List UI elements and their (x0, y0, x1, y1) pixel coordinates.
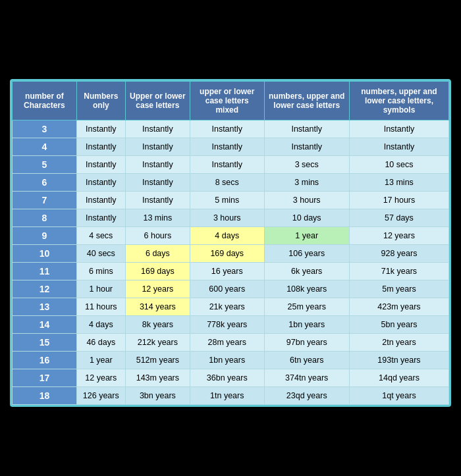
table-cell: 13 mins (349, 174, 448, 192)
table-cell: 5bn years (349, 316, 448, 334)
header-all: numbers, upper and lower case letters, s… (349, 82, 448, 120)
table-cell: 2tn years (349, 334, 448, 352)
table-row: 5InstantlyInstantlyInstantly3 secs10 sec… (13, 156, 449, 174)
table-cell: Instantly (264, 138, 349, 156)
table-cell: 314 years (125, 298, 190, 316)
header-upper-lower: Upper or lower case letters (125, 82, 190, 120)
table-row: 144 days8k years778k years1bn years5bn y… (13, 316, 449, 334)
main-container: number of Characters Numbers only Upper … (0, 56, 461, 420)
table-cell: 9 (13, 227, 77, 245)
table-cell: 6tn years (264, 352, 349, 369)
table-row: 3InstantlyInstantlyInstantlyInstantlyIns… (13, 120, 449, 138)
table-row: 1311 hours314 years21k years25m years423… (13, 298, 449, 316)
table-cell: 1bn years (264, 316, 349, 334)
table-row: 121 hour12 years600 years108k years5m ye… (13, 280, 449, 298)
table-cell: 4 days (76, 316, 125, 334)
table-cell: 600 years (190, 280, 264, 298)
table-cell: Instantly (349, 138, 448, 156)
table-cell: Instantly (76, 120, 125, 138)
table-cell: 212k years (125, 334, 190, 352)
table-cell: 6k years (264, 263, 349, 280)
table-cell: 16 years (190, 263, 264, 280)
header-numbers-only: Numbers only (76, 82, 125, 120)
table-cell: 12 years (76, 369, 125, 387)
table-cell: 1qt years (349, 387, 448, 405)
table-cell: 778k years (190, 316, 264, 334)
table-cell: Instantly (190, 120, 264, 138)
table-cell: 6 days (125, 245, 190, 263)
table-row: 7InstantlyInstantly5 mins3 hours17 hours (13, 192, 449, 209)
table-cell: Instantly (125, 138, 190, 156)
table-cell: 928 years (349, 245, 448, 263)
table-cell: 97bn years (264, 334, 349, 352)
table-cell: 4 (13, 138, 77, 156)
table-cell: 1tn years (190, 387, 264, 405)
password-table: number of Characters Numbers only Upper … (12, 81, 449, 405)
table-cell: Instantly (190, 138, 264, 156)
table-cell: 4 days (190, 227, 264, 245)
table-cell: 14 (13, 316, 77, 334)
table-cell: Instantly (76, 156, 125, 174)
table-cell: Instantly (76, 209, 125, 227)
table-cell: 18 (13, 387, 77, 405)
table-cell: 13 mins (125, 209, 190, 227)
table-cell: 7 (13, 192, 77, 209)
table-cell: Instantly (349, 120, 448, 138)
table-body: 3InstantlyInstantlyInstantlyInstantlyIns… (13, 120, 449, 405)
table-row: 8Instantly13 mins3 hours10 days57 days (13, 209, 449, 227)
table-cell: Instantly (125, 120, 190, 138)
table-cell: 3 secs (264, 156, 349, 174)
table-cell: 36bn years (190, 369, 264, 387)
table-cell: 23qd years (264, 387, 349, 405)
table-cell: 17 hours (349, 192, 448, 209)
table-cell: 40 secs (76, 245, 125, 263)
table-cell: 10 (13, 245, 77, 263)
table-row: 161 year512m years1bn years6tn years193t… (13, 352, 449, 369)
table-cell: 71k years (349, 263, 448, 280)
table-cell: 6 hours (125, 227, 190, 245)
table-cell: 1 year (76, 352, 125, 369)
table-cell: 17 (13, 369, 77, 387)
table-wrapper: number of Characters Numbers only Upper … (10, 79, 451, 407)
table-cell: Instantly (76, 192, 125, 209)
table-cell: 57 days (349, 209, 448, 227)
table-cell: 126 years (76, 387, 125, 405)
table-cell: 169 days (190, 245, 264, 263)
table-row: 18126 years3bn years1tn years23qd years1… (13, 387, 449, 405)
table-cell: 3 mins (264, 174, 349, 192)
table-cell: 28m years (190, 334, 264, 352)
table-cell: Instantly (76, 138, 125, 156)
table-cell: 423m years (349, 298, 448, 316)
table-row: 1712 years143m years36bn years374tn year… (13, 369, 449, 387)
header-row: number of Characters Numbers only Upper … (13, 82, 449, 120)
table-cell: 3bn years (125, 387, 190, 405)
table-cell: 6 (13, 174, 77, 192)
table-cell: 21k years (190, 298, 264, 316)
table-row: 4InstantlyInstantlyInstantlyInstantlyIns… (13, 138, 449, 156)
table-cell: Instantly (125, 156, 190, 174)
table-cell: 5 (13, 156, 77, 174)
table-cell: 14qd years (349, 369, 448, 387)
table-cell: 5 mins (190, 192, 264, 209)
table-cell: 1bn years (190, 352, 264, 369)
table-cell: 1 hour (76, 280, 125, 298)
table-cell: 3 hours (190, 209, 264, 227)
table-cell: 8 (13, 209, 77, 227)
table-cell: Instantly (190, 156, 264, 174)
table-row: 116 mins169 days16 years6k years71k year… (13, 263, 449, 280)
table-cell: Instantly (76, 174, 125, 192)
table-cell: 4 secs (76, 227, 125, 245)
table-cell: 8k years (125, 316, 190, 334)
header-numbers-upper-lower: numbers, upper and lower case letters (264, 82, 349, 120)
table-cell: 12 years (125, 280, 190, 298)
table-cell: 108k years (264, 280, 349, 298)
table-cell: 106 years (264, 245, 349, 263)
table-cell: 10 days (264, 209, 349, 227)
table-header: number of Characters Numbers only Upper … (13, 82, 449, 120)
table-row: 1040 secs6 days169 days106 years928 year… (13, 245, 449, 263)
table-cell: 6 mins (76, 263, 125, 280)
table-row: 94 secs6 hours4 days1 year12 years (13, 227, 449, 245)
table-cell: 13 (13, 298, 77, 316)
table-cell: 12 (13, 280, 77, 298)
header-mixed: upper or lower case letters mixed (190, 82, 264, 120)
